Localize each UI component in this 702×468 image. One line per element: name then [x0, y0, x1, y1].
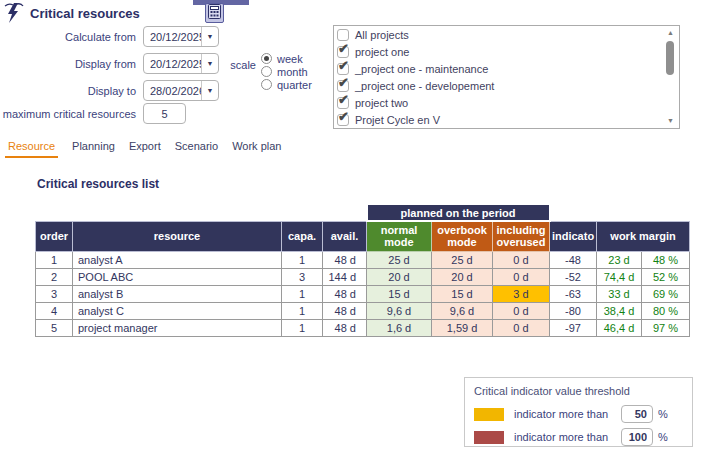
scale-option-quarter[interactable]: quarter: [261, 78, 312, 91]
page-title: Critical resources: [30, 6, 140, 21]
project-item-all-projects[interactable]: ✔ All projects: [337, 27, 679, 43]
project-label: All projects: [355, 29, 409, 41]
project-checkbox[interactable]: ✔: [337, 29, 349, 41]
max-critical-label: maximum critical resources: [0, 108, 140, 120]
project-label: Projet Cycle en V: [355, 114, 440, 126]
check-icon: ✔: [338, 41, 349, 56]
project-item-project-two[interactable]: ✔ project two: [337, 95, 679, 111]
project-checkbox[interactable]: ✔: [337, 63, 349, 75]
scale-month-label: month: [277, 66, 308, 78]
cell-margin-days: 46,4 d: [597, 319, 642, 336]
table-row[interactable]: 2 POOL ABC 3 144 d 20 d 20 d 0 d -52 74,…: [36, 268, 690, 285]
cell-normal: 1,6 d: [367, 319, 432, 336]
cell-overbook: 9,6 d: [432, 302, 493, 319]
cell-margin-days: 38,4 d: [597, 302, 642, 319]
threshold-title: Critical indicator value threshold: [474, 385, 692, 397]
cell-capa: 1: [282, 251, 323, 268]
cell-capa: 1: [282, 319, 323, 336]
cell-overused: 0 d: [493, 302, 550, 319]
scale-option-month[interactable]: month: [261, 65, 308, 78]
calculate-from-row: Calculate from ▼: [0, 26, 219, 47]
table-row[interactable]: 4 analyst C 1 48 d 9,6 d 9,6 d 0 d -80 3…: [36, 302, 690, 319]
table-group-header-row: planned on the period: [36, 204, 690, 221]
threshold-row-amber: indicator more than %: [465, 405, 692, 423]
table-row[interactable]: 3 analyst B 1 48 d 15 d 15 d 3 d -63 33 …: [36, 285, 690, 302]
check-icon: ✔: [338, 58, 349, 73]
display-to-input[interactable]: [144, 81, 201, 100]
display-from-input[interactable]: [144, 54, 201, 73]
display-from-row: Display from ▼: [0, 53, 219, 74]
tab-scenario[interactable]: Scenario: [175, 140, 218, 158]
check-icon: ✔: [338, 109, 349, 124]
cell-avail: 48 d: [323, 319, 367, 336]
project-label: _project one - maintenance: [355, 63, 488, 75]
cell-normal: 20 d: [367, 268, 432, 285]
table-row[interactable]: 5 project manager 1 48 d 1,6 d 1,59 d 0 …: [36, 319, 690, 336]
project-checkbox[interactable]: ✔: [337, 97, 349, 109]
calculator-button[interactable]: [205, 3, 224, 23]
display-from-dropdown-arrow-icon[interactable]: ▼: [201, 54, 218, 73]
cell-avail: 48 d: [323, 302, 367, 319]
cell-order: 5: [36, 319, 73, 336]
scroll-up-icon[interactable]: ▲: [663, 27, 678, 39]
col-header-overbook-mode: overbook mode: [432, 221, 493, 251]
tab-planning[interactable]: Planning: [72, 140, 115, 158]
radio-week[interactable]: [261, 53, 272, 64]
project-checkbox[interactable]: ✔: [337, 80, 349, 92]
cell-capa: 1: [282, 285, 323, 302]
scale-week-label: week: [277, 53, 303, 65]
tab-export[interactable]: Export: [129, 140, 161, 158]
project-item-projet-cycle-en-v[interactable]: ✔ Projet Cycle en V: [337, 112, 679, 128]
cell-overbook: 25 d: [432, 251, 493, 268]
threshold-input-amber[interactable]: [621, 405, 653, 423]
display-to-label: Display to: [0, 85, 140, 97]
radio-month[interactable]: [261, 66, 272, 77]
calculate-from-input[interactable]: [144, 27, 201, 46]
scroll-down-icon[interactable]: ▼: [663, 115, 678, 127]
cell-order: 2: [36, 268, 73, 285]
project-checkbox[interactable]: ✔: [337, 114, 349, 126]
calculate-from-dropdown-arrow-icon[interactable]: ▼: [201, 27, 218, 46]
table-header-row: order resource capa. avail. normal mode …: [36, 221, 690, 251]
scale-quarter-label: quarter: [277, 79, 312, 91]
project-item-project-one[interactable]: ✔ project one: [337, 44, 679, 60]
cell-margin-pct: 52 %: [642, 268, 690, 285]
cell-indicator: -48: [550, 251, 597, 268]
project-list-scrollbar[interactable]: ▲ ▼: [663, 27, 678, 127]
table-row[interactable]: 1 analyst A 1 48 d 25 d 25 d 0 d -48 23 …: [36, 251, 690, 268]
red-swatch: [474, 431, 504, 444]
display-to-dropdown-arrow-icon[interactable]: ▼: [201, 81, 218, 100]
project-item-project-one-maintenance[interactable]: ✔ _project one - maintenance: [337, 61, 679, 77]
cell-avail: 48 d: [323, 285, 367, 302]
cell-avail: 144 d: [323, 268, 367, 285]
display-from-combo: ▼: [143, 53, 219, 74]
cell-capa: 3: [282, 268, 323, 285]
radio-quarter[interactable]: [261, 79, 272, 90]
calculate-from-label: Calculate from: [0, 31, 140, 43]
col-header-including-overused: including overused: [493, 221, 550, 251]
cell-resource: POOL ABC: [73, 268, 282, 285]
threshold-unit: %: [658, 408, 672, 420]
tab-work-plan[interactable]: Work plan: [232, 140, 281, 158]
threshold-input-red[interactable]: [621, 428, 653, 446]
cell-overbook: 15 d: [432, 285, 493, 302]
calculator-icon: [208, 4, 221, 22]
scrollbar-thumb[interactable]: [666, 41, 674, 75]
scale-option-week[interactable]: week: [261, 52, 303, 65]
project-label: project two: [355, 97, 408, 109]
section-title: Critical resources list: [37, 177, 159, 191]
cell-order: 3: [36, 285, 73, 302]
cell-margin-pct: 48 %: [642, 251, 690, 268]
project-item-project-one-developement[interactable]: ✔ _project one - developement: [337, 78, 679, 94]
tab-resource[interactable]: Resource: [5, 140, 58, 158]
group-header-planned: planned on the period: [367, 204, 550, 221]
cell-resource: analyst C: [73, 302, 282, 319]
cell-normal: 15 d: [367, 285, 432, 302]
project-label: project one: [355, 46, 409, 58]
cell-margin-days: 74,4 d: [597, 268, 642, 285]
max-critical-input[interactable]: [143, 103, 186, 124]
check-icon: ✔: [338, 92, 349, 107]
project-checkbox[interactable]: ✔: [337, 46, 349, 58]
cell-capa: 1: [282, 302, 323, 319]
threshold-row-red: indicator more than %: [465, 428, 692, 446]
